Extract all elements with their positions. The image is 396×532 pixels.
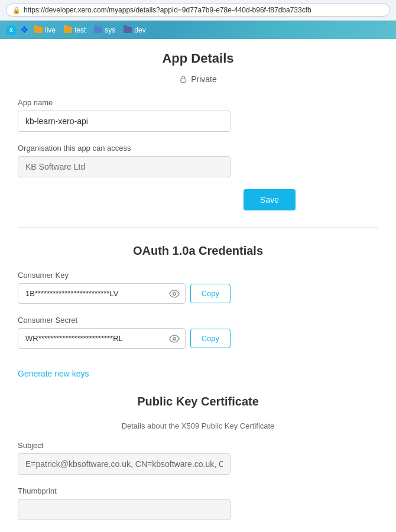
org-group: Organisation this app can access xyxy=(18,144,378,177)
consumer-key-copy-button[interactable]: Copy xyxy=(190,284,231,303)
consumer-secret-row: Copy xyxy=(18,328,231,349)
page-title: App Details xyxy=(18,51,378,66)
app-name-group: App name xyxy=(18,98,378,132)
folder-icon-dev xyxy=(124,27,132,33)
save-button[interactable]: Save xyxy=(244,189,296,210)
consumer-key-input[interactable] xyxy=(18,283,186,304)
folder-icon-live xyxy=(34,27,43,33)
bookmark-sys[interactable]: sys xyxy=(92,25,118,35)
folder-icon-test xyxy=(64,27,72,33)
consumer-key-row: Copy xyxy=(18,283,231,304)
eye-icon xyxy=(169,333,180,344)
bookmarks-bar: x ❖ live test sys dev xyxy=(0,21,396,39)
svg-point-2 xyxy=(173,337,176,340)
bookmark-live-label: live xyxy=(45,26,56,34)
org-input[interactable] xyxy=(18,156,231,177)
consumer-secret-label: Consumer Secret xyxy=(18,316,378,325)
main-content: App Details Private App name Organisatio… xyxy=(0,39,396,532)
thumbprint-input[interactable] xyxy=(18,499,231,520)
section-divider xyxy=(18,227,378,228)
subject-group: Subject xyxy=(18,441,378,475)
generate-keys-link[interactable]: Generate new keys xyxy=(18,369,89,378)
consumer-secret-group: Consumer Secret Copy xyxy=(18,316,378,349)
org-label: Organisation this app can access xyxy=(18,144,378,153)
bookmark-test[interactable]: test xyxy=(61,25,88,35)
url-bar[interactable]: 🔒 https://developer.xero.com/myapps/deta… xyxy=(6,4,390,17)
private-badge: Private xyxy=(18,74,378,84)
bookmark-test-label: test xyxy=(74,26,86,34)
lock-icon xyxy=(179,75,187,83)
app-name-label: App name xyxy=(18,98,378,107)
oauth-section-title: OAuth 1.0a Credentials xyxy=(18,244,378,258)
consumer-secret-eye-button[interactable] xyxy=(168,332,181,345)
public-key-section-title: Public Key Certificate xyxy=(18,395,378,408)
private-label: Private xyxy=(191,74,217,84)
consumer-secret-copy-button[interactable]: Copy xyxy=(190,329,231,348)
lock-icon: 🔒 xyxy=(12,7,21,14)
thumbprint-group: Thumbprint xyxy=(18,486,378,520)
consumer-secret-input[interactable] xyxy=(18,328,186,349)
app-name-input[interactable] xyxy=(18,111,231,132)
xero-bookmark[interactable]: x xyxy=(6,25,17,35)
thumbprint-label: Thumbprint xyxy=(18,486,378,495)
svg-point-1 xyxy=(173,292,176,295)
subject-input[interactable] xyxy=(18,453,231,475)
public-key-section-sub: Details about the X509 Public Key Certif… xyxy=(18,421,378,430)
svg-rect-0 xyxy=(181,79,186,82)
bookmark-live[interactable]: live xyxy=(32,25,58,35)
consumer-key-group: Consumer Key Copy xyxy=(18,271,378,304)
consumer-secret-input-wrap xyxy=(18,328,186,349)
folder-icon-sys xyxy=(94,27,102,33)
consumer-key-label: Consumer Key xyxy=(18,271,378,280)
bookmark-dev[interactable]: dev xyxy=(121,25,148,35)
bookmark-dev-label: dev xyxy=(134,26,145,34)
subject-label: Subject xyxy=(18,441,378,450)
bookmark-sys-label: sys xyxy=(105,26,115,34)
consumer-key-input-wrap xyxy=(18,283,186,304)
consumer-key-eye-button[interactable] xyxy=(168,287,181,300)
eye-icon xyxy=(169,288,180,299)
browser-bar: 🔒 https://developer.xero.com/myapps/deta… xyxy=(0,0,396,21)
dropbox-bookmark[interactable]: ❖ xyxy=(20,24,28,35)
url-text: https://developer.xero.com/myapps/detail… xyxy=(24,6,311,14)
